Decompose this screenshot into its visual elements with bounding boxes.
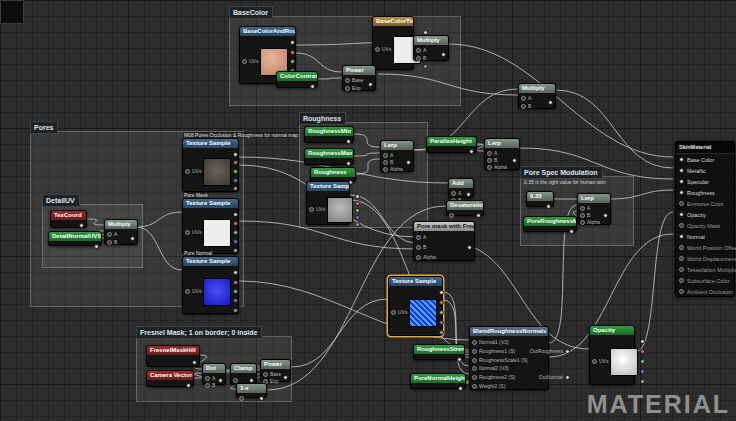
g-channel-output-pin[interactable] <box>233 289 238 294</box>
lerp-spec[interactable]: LerpABAlpha <box>577 193 611 225</box>
input-pin[interactable] <box>521 96 526 101</box>
material-input-pin[interactable] <box>679 234 684 239</box>
const-035[interactable]: 0.35 <box>526 191 554 207</box>
opacity-texture[interactable]: OpacityUVs <box>589 325 635 385</box>
input-pin[interactable] <box>205 376 210 381</box>
pore-roughness-mod-param[interactable]: PoreRoughnessMod <box>523 216 577 232</box>
output-pin[interactable] <box>368 82 373 87</box>
b-channel-output-pin[interactable] <box>640 369 645 374</box>
rgb-output-pin[interactable] <box>290 40 295 45</box>
material-input-pin[interactable] <box>679 289 684 294</box>
roughness-strength-param[interactable]: RoughnessStrength <box>413 344 465 360</box>
input-pin[interactable] <box>580 206 585 211</box>
b-channel-output-pin[interactable] <box>355 215 360 220</box>
uvs-input-pin[interactable] <box>185 289 190 294</box>
parallax-height-param[interactable]: ParallaxHeight <box>426 136 477 153</box>
material-input-subsurface-color[interactable]: Subsurface Color <box>676 275 734 286</box>
uvs-input-pin[interactable] <box>185 169 190 174</box>
material-input-opacity[interactable]: Opacity <box>676 209 734 220</box>
input-pin[interactable] <box>263 372 268 377</box>
b-channel-output-pin[interactable] <box>233 178 238 183</box>
material-input-world-displacement[interactable]: World Displacement <box>676 253 734 264</box>
noise-texture[interactable]: Texture SampleUVs <box>388 276 443 336</box>
fresnel-mask-function[interactable]: FresnelMaskHill <box>146 345 200 367</box>
roughness-texture[interactable]: Texture SampleUVs <box>306 181 350 225</box>
material-graph-canvas[interactable]: MATERIAL BaseColorPoresDetailUVRoughness… <box>0 0 736 421</box>
g-channel-output-pin[interactable] <box>233 169 238 174</box>
comment-title[interactable]: BaseColor <box>229 6 273 19</box>
material-input-specular[interactable]: Specular <box>676 176 734 187</box>
uvs-input-pin[interactable] <box>375 47 380 52</box>
multiply-spec[interactable]: MultiplyAB <box>518 83 556 109</box>
comment-title[interactable]: Fresnel Mask; 1 on border; 0 inside <box>136 326 262 339</box>
output-pin[interactable] <box>79 223 84 228</box>
r-channel-output-pin[interactable] <box>233 221 238 226</box>
input-pin[interactable] <box>487 165 492 170</box>
output-pin[interactable] <box>310 84 315 89</box>
output-pin[interactable] <box>476 213 481 218</box>
output-pin[interactable] <box>457 357 462 362</box>
material-input-pin[interactable] <box>679 190 684 195</box>
input-pin[interactable] <box>472 340 477 345</box>
output-pin[interactable] <box>406 160 411 165</box>
output-pin[interactable] <box>469 149 474 154</box>
material-input-base-color[interactable]: Base Color <box>676 154 734 165</box>
g-channel-output-pin[interactable] <box>640 359 645 364</box>
material-input-pin[interactable] <box>679 157 684 162</box>
output-pin[interactable] <box>548 100 553 105</box>
input-pin[interactable] <box>487 151 492 156</box>
output-pin[interactable] <box>467 245 472 250</box>
input-pin[interactable] <box>239 396 244 401</box>
output-pin[interactable] <box>259 396 264 401</box>
comment-title[interactable]: Roughness <box>299 112 346 125</box>
uvs-input-pin[interactable] <box>309 207 314 212</box>
color-contrast-param[interactable]: ColorContrast <box>276 71 318 88</box>
multiply-uv[interactable]: MultiplyAB <box>104 219 138 245</box>
uvs-input-pin[interactable] <box>391 310 396 315</box>
pore-normal-height-param[interactable]: PoreNormalHeight <box>410 373 466 389</box>
material-input-tessellation-multiplier[interactable]: Tessellation Multiplier <box>676 264 734 275</box>
material-input-pin[interactable] <box>679 201 684 206</box>
roughness-param[interactable]: Roughness <box>310 167 356 182</box>
r-channel-output-pin[interactable] <box>290 50 295 55</box>
input-pin[interactable] <box>416 56 421 61</box>
input-pin[interactable] <box>472 349 477 354</box>
output-pin[interactable] <box>565 375 570 380</box>
material-input-emissive-color[interactable]: Emissive Color <box>676 198 734 209</box>
rgb-output-pin[interactable] <box>233 212 238 217</box>
output-pin[interactable] <box>512 158 517 163</box>
material-input-metallic[interactable]: Metallic <box>676 165 734 176</box>
output-pin[interactable] <box>603 213 608 218</box>
a-channel-output-pin[interactable] <box>233 248 238 253</box>
a-channel-output-pin[interactable] <box>640 379 645 384</box>
r-channel-output-pin[interactable] <box>233 160 238 165</box>
material-input-pin[interactable] <box>679 245 684 250</box>
material-input-world-position-offset[interactable]: World Position Offset <box>676 242 734 253</box>
rgb-output-pin[interactable] <box>355 194 360 199</box>
input-pin[interactable] <box>521 104 526 109</box>
a-channel-output-pin[interactable] <box>233 308 238 313</box>
desaturation[interactable]: Desaturation <box>446 200 484 216</box>
output-pin[interactable] <box>441 52 446 57</box>
input-pin[interactable] <box>345 86 350 91</box>
output-pin[interactable] <box>458 386 463 391</box>
lerp-roughness[interactable]: LerpABAlpha <box>380 140 414 172</box>
g-channel-output-pin[interactable] <box>355 208 360 213</box>
material-output[interactable]: SkinMaterialBase ColorMetallicSpecularRo… <box>675 141 735 297</box>
output-pin[interactable] <box>346 161 351 166</box>
pore-mask-texture[interactable]: Pore MaskTexture SampleUVs <box>182 198 239 254</box>
r-channel-output-pin[interactable] <box>355 201 360 206</box>
rgb-output-pin[interactable] <box>640 339 645 344</box>
material-input-opacity-mask[interactable]: Opacity Mask <box>676 220 734 231</box>
add-center[interactable]: AddAB <box>448 178 474 198</box>
input-pin[interactable] <box>107 240 112 245</box>
r-channel-output-pin[interactable] <box>439 300 444 305</box>
input-pin[interactable] <box>383 167 388 172</box>
input-pin[interactable] <box>451 191 456 196</box>
output-pin[interactable] <box>346 139 351 144</box>
uvs-input-pin[interactable] <box>242 59 247 64</box>
rgb-output-pin[interactable] <box>439 290 444 295</box>
material-input-pin[interactable] <box>679 223 684 228</box>
rgb-output-pin[interactable] <box>233 270 238 275</box>
input-pin[interactable] <box>416 255 421 260</box>
